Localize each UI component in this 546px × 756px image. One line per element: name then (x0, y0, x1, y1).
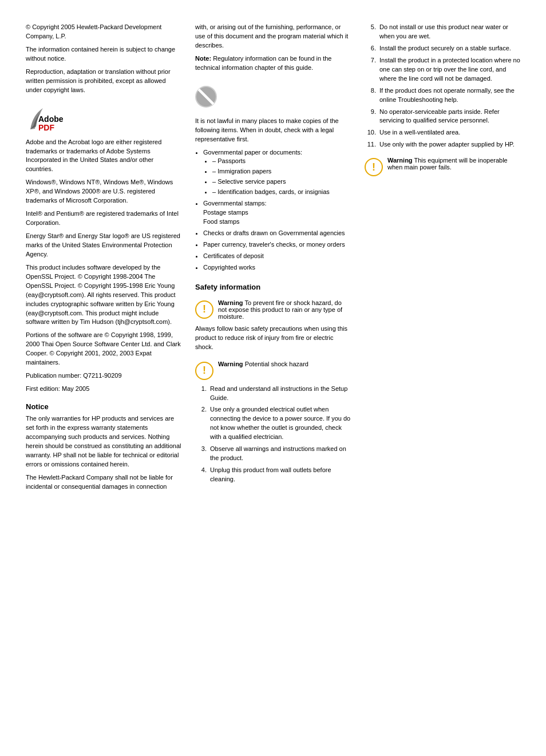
always-text: Always follow basic safety precautions w… (195, 324, 351, 352)
num-label: 11. (365, 140, 376, 149)
bullet-item-2: Governmental stamps: Postage stamps Food… (203, 199, 351, 227)
food-stamps: Food stamps (203, 218, 240, 225)
numbered-list-col2: 1.Read and understand all instructions i… (195, 385, 351, 487)
sub-item-immigration: Immigration papers (212, 167, 351, 176)
warning-box-1: Warning To prevent fire or shock hazard,… (195, 299, 351, 320)
postage-stamps: Postage stamps (203, 209, 248, 216)
publication-number: Publication number: Q7211-90209 (26, 371, 181, 381)
adobe-pdf-logo: Adobe PDF (26, 104, 77, 133)
bullet-item-5: Certificates of deposit (203, 252, 351, 261)
warning-text-1: Warning To prevent fire or shock hazard,… (218, 299, 351, 320)
warning-box-3: Warning This equipment will be inoperabl… (365, 157, 520, 176)
warning-text-3: Warning This equipment will be inoperabl… (387, 157, 520, 171)
no-copy-text: It is not lawful in many places to make … (195, 117, 351, 144)
note-text: Note: Regulatory information can be foun… (195, 54, 351, 73)
warning-icon-3 (365, 158, 383, 176)
num-label: 7. (365, 56, 376, 84)
numbered-item-col3-8: 8.If the product does not operate normal… (365, 86, 520, 105)
sub-list-1: Passports Immigration papers Selective s… (212, 157, 351, 197)
numbered-item-col3-6: 6.Install the product securely on a stab… (365, 44, 520, 53)
items-list: Governmental paper or documents: Passpor… (203, 148, 351, 275)
numbered-item-col3-9: 9.No operator-serviceable parts inside. … (365, 108, 520, 126)
numbered-item-col2-2: 2.Use only a grounded electrical outlet … (195, 405, 351, 442)
note-label: Note: (195, 55, 211, 62)
numbered-item-col3-7: 7.Install the product in a protected loc… (365, 56, 520, 84)
bullet-item-4: Paper currency, traveler's checks, or mo… (203, 240, 351, 250)
numbered-item-col3-10: 10.Use in a well-ventilated area. (365, 128, 520, 137)
openssl-text: This product includes software developed… (26, 263, 181, 327)
sub-item-selective: Selective service papers (212, 177, 351, 187)
svg-text:Adobe: Adobe (38, 114, 64, 124)
numbered-item-col2-4: 4.Unplug this product from wall outlets … (195, 466, 351, 484)
no-copy-icon (195, 86, 217, 108)
column-2: with, or arising out of the furnishing, … (195, 23, 351, 487)
notice-text-2: The Hewlett-Packard Company shall not be… (26, 473, 181, 492)
adobe-logo-container: Adobe PDF (26, 104, 181, 133)
intel-trademark-text: Intel® and Pentium® are registered trade… (26, 209, 181, 228)
sub-item-identification: Identification badges, cards, or insigni… (212, 188, 351, 197)
numbered-item-col2-1: 1.Read and understand all instructions i… (195, 385, 351, 403)
no-copy-svg (195, 86, 217, 108)
warning-box-2: Warning Potential shock hazard (195, 361, 351, 380)
windows-trademark-text: Windows®, Windows NT®, Windows Me®, Wind… (26, 178, 181, 205)
numbered-list-col3: 5.Do not install or use this product nea… (365, 23, 520, 152)
warning1-label: Warning (218, 299, 243, 306)
column-3: 5.Do not install or use this product nea… (365, 23, 520, 181)
warning3-label: Warning (387, 157, 413, 164)
numbered-item-col2-3: 3.Observe all warnings and instructions … (195, 445, 351, 463)
num-label: 6. (365, 44, 376, 53)
num-label: 8. (365, 86, 376, 105)
info-text-1: The information contained herein is subj… (26, 45, 181, 64)
safety-heading: Safety information (195, 283, 351, 291)
copyright-text: © Copyright 2005 Hewlett-Packard Develop… (26, 23, 181, 41)
sub-item-passports: Passports (212, 157, 351, 166)
num-label: 5. (365, 23, 376, 41)
note-body: Regulatory information can be found in t… (195, 55, 331, 71)
warning-text-2: Warning Potential shock hazard (218, 361, 308, 367)
first-edition: First edition: May 2005 (26, 385, 181, 394)
energy-trademark-text: Energy Star® and Energy Star logo® are U… (26, 232, 181, 259)
numbered-item-col3-11: 11.Use only with the power adapter suppl… (365, 140, 520, 149)
bullet-item-3: Checks or drafts drawn on Governmental a… (203, 229, 351, 238)
svg-text:PDF: PDF (38, 123, 54, 132)
notice-heading: Notice (26, 402, 181, 411)
warning2-body: Potential shock hazard (243, 361, 308, 367)
num-label: 9. (365, 108, 376, 126)
column-1: © Copyright 2005 Hewlett-Packard Develop… (26, 23, 181, 496)
info-text-2: Reproduction, adaptation or translation … (26, 68, 181, 95)
bullet-item-6: Copyrighted works (203, 263, 351, 272)
num-label: 10. (365, 128, 376, 137)
warning2-label: Warning (218, 361, 243, 367)
numbered-item-col3-5: 5.Do not install or use this product nea… (365, 23, 520, 41)
warning-icon-2 (195, 362, 213, 380)
portions-text: Portions of the software are © Copyright… (26, 331, 181, 367)
notice-text-1: The only warranties for HP products and … (26, 414, 181, 469)
adobe-wordmark: Adobe PDF (26, 104, 181, 133)
with-text: with, or arising out of the furnishing, … (195, 23, 351, 50)
bullet-item-1: Governmental paper or documents: Passpor… (203, 148, 351, 197)
no-copy-icon-row (195, 81, 351, 112)
warning-icon-1 (195, 300, 213, 319)
adobe-trademark-text: Adobe and the Acrobat logo are either re… (26, 138, 181, 175)
